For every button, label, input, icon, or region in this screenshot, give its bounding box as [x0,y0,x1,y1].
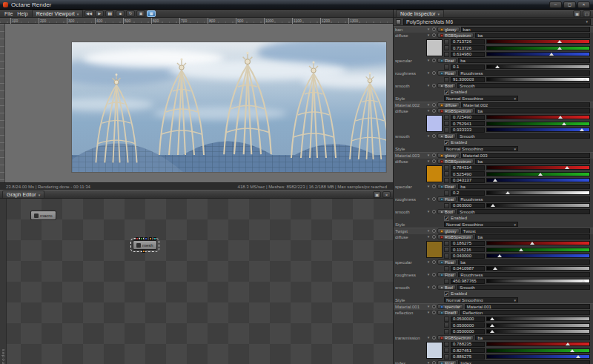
slider-marker[interactable] [558,116,563,119]
slider-marker[interactable] [495,65,500,68]
slider-marker[interactable] [490,330,494,333]
value-stepper[interactable] [444,45,449,50]
graph-node-macro[interactable]: macro [30,211,56,220]
node-name-field[interactable]: ba [458,259,590,265]
slider[interactable] [486,279,590,283]
node-name-field[interactable]: Smooth [457,133,590,139]
slider-marker[interactable] [549,53,554,56]
collapse-arrow-icon[interactable]: ▼ [426,336,431,340]
node-pin-icon[interactable] [432,153,436,157]
collapse-arrow-icon[interactable]: ▼ [426,235,431,239]
node-pin-icon[interactable] [432,84,436,87]
slider[interactable] [486,266,590,271]
node-pin[interactable] [140,237,143,240]
value-stepper[interactable] [444,191,449,196]
value-stepper[interactable] [444,317,449,322]
slider[interactable] [486,323,590,328]
value-stepper[interactable] [444,128,449,133]
node-name-field[interactable]: Twigst [461,228,590,234]
node-type-pill[interactable]: Bool [437,133,456,139]
node-pin-icon[interactable] [432,103,436,107]
node-pin[interactable] [149,237,152,240]
node-name-field[interactable]: ba [475,234,590,239]
slider[interactable] [486,128,590,132]
slider[interactable] [486,122,590,126]
node-pin[interactable] [142,250,145,253]
slider[interactable] [486,46,590,50]
graph-editor-tab[interactable]: Graph Editor ▾ [2,191,44,198]
node-pin-icon[interactable] [432,273,436,277]
node-name-field[interactable]: ban [461,27,590,32]
node-pin-icon[interactable] [432,285,436,289]
node-pin-icon[interactable] [432,59,436,62]
slider[interactable] [486,329,590,334]
value-field[interactable]: 0.063000 [451,203,485,208]
float-panel-icon[interactable]: ▣ [573,10,581,17]
checkbox[interactable]: ✓ [444,140,449,145]
node-type-pill[interactable]: Float [437,360,457,364]
checkbox[interactable]: ✓ [444,291,449,297]
value-field[interactable]: 0.784314 [451,165,485,171]
node-name-field[interactable]: Reflection [460,310,590,315]
node-type-pill[interactable]: RGBSpectrum [437,33,474,38]
slider-marker[interactable] [490,317,494,320]
slider[interactable] [486,172,590,176]
value-field[interactable]: 0.788235 [451,342,485,347]
slider[interactable] [486,317,590,321]
node-pin-icon[interactable] [432,311,436,314]
graph-editor-canvas[interactable]: nodes macromesh [0,199,393,364]
slider[interactable] [486,348,590,353]
maximize-button[interactable]: ◻ [563,1,576,8]
value-stepper[interactable] [444,64,449,70]
close-button[interactable]: × [577,1,590,8]
node-pin-icon[interactable] [432,197,436,201]
value-stepper[interactable] [444,165,449,171]
value-field[interactable]: 0.186275 [451,241,485,246]
value-field[interactable]: 0.713726 [451,39,485,44]
node-type-pill[interactable]: RGBSpectrum [437,234,474,239]
value-field[interactable]: 0.0500000 [451,317,485,322]
value-field[interactable]: 0.0500000 [451,329,485,334]
node-name-field[interactable]: Roughness [458,196,590,202]
node-pin-icon[interactable] [432,229,436,233]
node-type-pill[interactable]: Float [437,70,457,76]
collapse-arrow-icon[interactable]: ▼ [426,84,431,87]
collapse-arrow-icon[interactable]: ▼ [426,33,431,37]
node-name-field[interactable]: Smooth [457,83,590,88]
slider-marker[interactable] [570,349,574,352]
collapse-arrow-icon[interactable]: ▼ [426,260,431,264]
value-stepper[interactable] [444,178,449,183]
slider[interactable] [486,39,590,44]
menu-help[interactable]: Help [15,11,30,16]
value-field[interactable]: 0.886275 [451,354,485,360]
value-stepper[interactable] [444,203,449,208]
checkbox[interactable]: ✓ [444,90,449,95]
render-image[interactable] [72,42,386,172]
value-stepper[interactable] [444,171,449,176]
collapse-arrow-icon[interactable]: ▼ [426,153,431,157]
slider-marker[interactable] [493,267,497,270]
style-select[interactable]: Normal Smoothing▾ [444,222,518,227]
value-field[interactable]: 0.0410987 [451,266,485,271]
node-pin-icon[interactable] [432,71,436,75]
collapse-arrow-icon[interactable]: ▼ [426,185,431,188]
slider-marker[interactable] [566,343,570,345]
node-name-field[interactable]: Roughness [458,70,590,76]
style-select[interactable]: Normal Smoothing▾ [444,146,518,151]
value-stepper[interactable] [444,254,449,259]
collapse-arrow-icon[interactable]: ▼ [426,311,431,314]
value-stepper[interactable] [444,279,449,284]
collapse-arrow-icon[interactable]: ▼ [426,59,431,62]
node-type-pill[interactable]: glossy [437,153,460,158]
node-type-pill[interactable]: Float3 [437,310,459,315]
pause-icon[interactable]: ▮▮ [105,10,114,17]
value-stepper[interactable] [444,77,449,82]
node-type-pill[interactable]: Float [437,196,457,202]
node-type-pill[interactable]: RGBSpectrum [437,108,474,113]
expand-icon[interactable]: ▢ [583,10,591,17]
slider[interactable] [486,77,590,82]
slider-marker[interactable] [562,122,566,125]
node-name-field[interactable]: Material.003 [461,153,590,158]
node-name-field[interactable]: Material.001 [465,304,590,309]
slider[interactable] [486,178,590,182]
